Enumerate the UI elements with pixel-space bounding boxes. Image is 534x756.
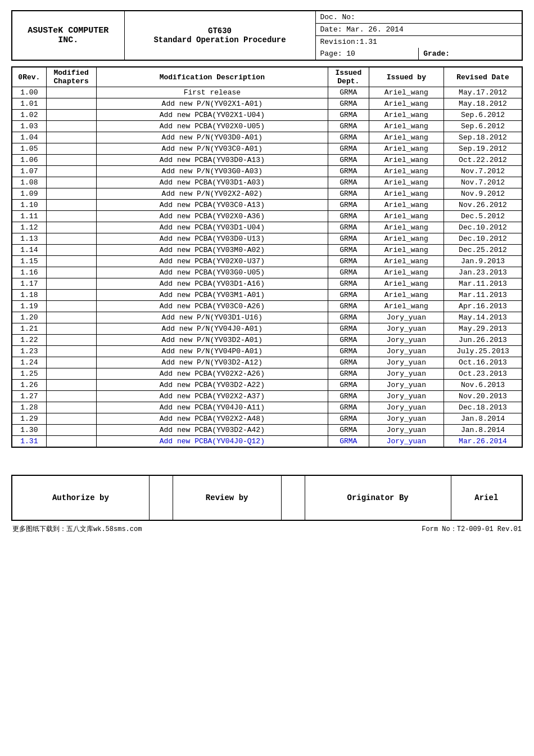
cell-modified <box>46 110 96 121</box>
cell-description: Add new P/N(YV04P0-A01) <box>96 346 328 357</box>
table-row: 1.05Add new P/N(YV03C0-A01)GRMAAriel_wan… <box>12 143 522 155</box>
cell-modified <box>46 312 96 323</box>
cell-revised-date: Jun.26.2013 <box>444 335 522 346</box>
cell-modified <box>46 267 96 278</box>
cell-modified <box>46 301 96 312</box>
table-row: 1.21Add new P/N(YV04J0-A01)GRMAJory_yuan… <box>12 323 522 335</box>
cell-modified <box>46 222 96 233</box>
header-table: ASUSTeK COMPUTER INC. GT630 Standard Ope… <box>11 10 523 61</box>
table-row: 1.31Add new PCBA(YV04J0-Q12)GRMAJory_yua… <box>12 436 522 448</box>
cell-description: Add new PCBA(YV03M0-A02) <box>96 245 328 256</box>
table-row: 1.06Add new PCBA(YV03D0-A13)GRMAAriel_wa… <box>12 155 522 166</box>
cell-description: Add new P/N(YV03D0-A01) <box>96 132 328 143</box>
cell-description: Add new P/N(YV03D2-A12) <box>96 357 328 368</box>
table-row: 1.09Add new P/N(YV02X2-A02)GRMAAriel_wan… <box>12 188 522 200</box>
review-value-cell <box>281 475 305 520</box>
cell-issued-by: Ariel_wang <box>369 256 444 267</box>
header-issued-dept: Issued Dept. <box>328 67 369 87</box>
cell-revised-date: Apr.16.2013 <box>444 301 522 312</box>
cell-modified <box>46 278 96 290</box>
cell-modified <box>46 143 96 155</box>
cell-description: Add new P/N(YV02X1-A01) <box>96 98 328 110</box>
cell-revised-date: Mar.11.2013 <box>444 290 522 301</box>
table-row: 1.02Add new PCBA(YV02X1-U04)GRMAAriel_wa… <box>12 110 522 121</box>
cell-rev: 1.28 <box>12 402 46 413</box>
cell-issued-by: Ariel_wang <box>369 200 444 211</box>
cell-dept: GRMA <box>328 155 369 166</box>
cell-modified <box>46 346 96 357</box>
cell-dept: GRMA <box>328 188 369 200</box>
cell-revised-date: Jan.9.2013 <box>444 256 522 267</box>
cell-description: Add new PCBA(YV02X2-A48) <box>96 413 328 425</box>
cell-dept: GRMA <box>328 413 369 425</box>
cell-rev: 1.23 <box>12 346 46 357</box>
authorize-value-cell <box>149 475 173 520</box>
cell-rev: 1.02 <box>12 110 46 121</box>
table-row: 1.07Add new P/N(YV03G0-A03)GRMAAriel_wan… <box>12 166 522 177</box>
table-row: 1.04Add new P/N(YV03D0-A01)GRMAAriel_wan… <box>12 132 522 143</box>
cell-modified <box>46 357 96 368</box>
cell-revised-date: Mar.26.2014 <box>444 436 522 448</box>
cell-issued-by: Ariel_wang <box>369 290 444 301</box>
cell-description: Add new PCBA(YV02X1-U04) <box>96 110 328 121</box>
cell-modified <box>46 256 96 267</box>
cell-description: Add new PCBA(YV04J0-A11) <box>96 402 328 413</box>
cell-rev: 1.17 <box>12 278 46 290</box>
cell-modified <box>46 132 96 143</box>
originator-by-cell: Originator By <box>305 475 451 520</box>
originator-value-cell: Ariel <box>451 475 522 520</box>
company-name: ASUSTeK COMPUTER INC. <box>12 11 124 60</box>
cell-description: Add new PCBA(YV03D0-U13) <box>96 233 328 245</box>
header-description: Modification Description <box>96 67 328 87</box>
cell-modified <box>46 323 96 335</box>
doc-title: GT630 Standard Operation Procedure <box>124 11 315 60</box>
cell-revised-date: Dec.18.2013 <box>444 402 522 413</box>
cell-revised-date: Jan.23.2013 <box>444 267 522 278</box>
cell-rev: 1.09 <box>12 188 46 200</box>
cell-dept: GRMA <box>328 166 369 177</box>
cell-issued-by: Ariel_wang <box>369 166 444 177</box>
cell-rev: 1.19 <box>12 301 46 312</box>
cell-modified <box>46 166 96 177</box>
bottom-bar: 更多图纸下载到：五八文库wk.58sms.com Form No：T2-009-… <box>11 524 523 534</box>
cell-issued-by: Jory_yuan <box>369 425 444 436</box>
cell-rev: 1.22 <box>12 335 46 346</box>
cell-rev: 1.04 <box>12 132 46 143</box>
cell-issued-by: Jory_yuan <box>369 402 444 413</box>
cell-description: Add new PCBA(YV03D1-A03) <box>96 177 328 188</box>
cell-rev: 1.13 <box>12 233 46 245</box>
table-row: 1.15Add new PCBA(YV02X0-U37)GRMAAriel_wa… <box>12 256 522 267</box>
cell-dept: GRMA <box>328 121 369 132</box>
cell-dept: GRMA <box>328 380 369 391</box>
header-rev: 0Rev. <box>12 67 46 87</box>
cell-revised-date: Dec.10.2012 <box>444 222 522 233</box>
cell-description: Add new PCBA(YV03D2-A22) <box>96 380 328 391</box>
cell-revised-date: Nov.6.2013 <box>444 380 522 391</box>
cell-dept: GRMA <box>328 222 369 233</box>
cell-description: Add new PCBA(YV02X2-A37) <box>96 391 328 402</box>
cell-revised-date: Nov.26.2012 <box>444 200 522 211</box>
cell-modified <box>46 121 96 132</box>
cell-dept: GRMA <box>328 143 369 155</box>
cell-issued-by: Ariel_wang <box>369 245 444 256</box>
cell-revised-date: Sep.6.2012 <box>444 110 522 121</box>
cell-description: Add new P/N(YV04J0-A01) <box>96 323 328 335</box>
cell-issued-by: Jory_yuan <box>369 368 444 380</box>
cell-issued-by: Ariel_wang <box>369 110 444 121</box>
cell-rev: 1.30 <box>12 425 46 436</box>
cell-modified <box>46 425 96 436</box>
cell-issued-by: Jory_yuan <box>369 346 444 357</box>
cell-dept: GRMA <box>328 425 369 436</box>
cell-issued-by: Ariel_wang <box>369 155 444 166</box>
cell-issued-by: Ariel_wang <box>369 278 444 290</box>
cell-modified <box>46 155 96 166</box>
table-row: 1.00First releaseGRMAAriel_wangMay.17.20… <box>12 87 522 98</box>
cell-description: Add new PCBA(YV02X0-U37) <box>96 256 328 267</box>
cell-rev: 1.18 <box>12 290 46 301</box>
cell-issued-by: Jory_yuan <box>369 413 444 425</box>
grade-label: Grade: <box>419 48 522 60</box>
cell-dept: GRMA <box>328 211 369 222</box>
cell-rev: 1.07 <box>12 166 46 177</box>
header-revised-date: Revised Date <box>444 67 522 87</box>
spacer <box>11 452 523 469</box>
